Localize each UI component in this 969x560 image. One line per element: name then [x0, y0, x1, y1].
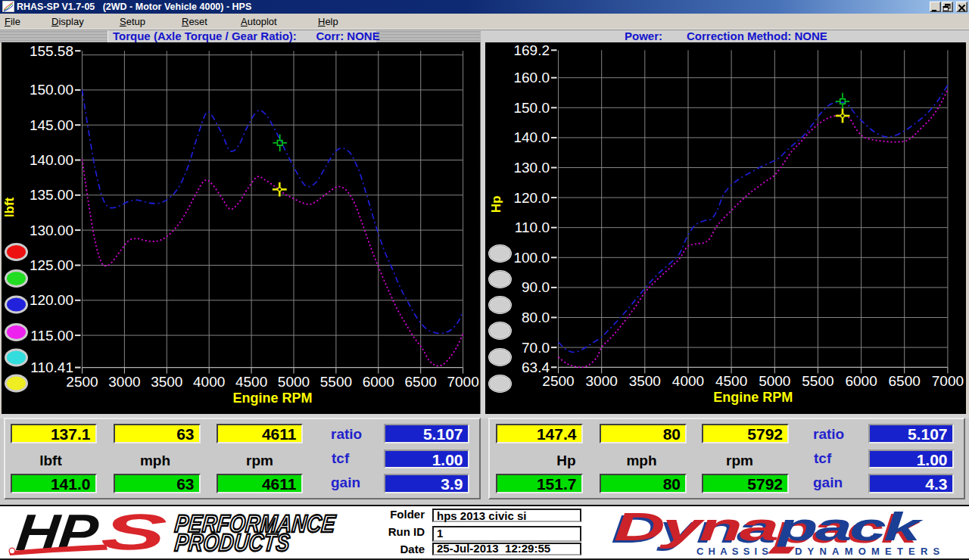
- svg-text:6500: 6500: [405, 374, 437, 390]
- svg-text:lbft: lbft: [2, 197, 17, 217]
- svg-text:PRODUCTS: PRODUCTS: [173, 528, 291, 555]
- svg-text:135.00: 135.00: [30, 187, 73, 203]
- svg-text:120.00: 120.00: [30, 292, 73, 308]
- svg-text:3000: 3000: [586, 373, 618, 389]
- svg-text:125.00: 125.00: [30, 257, 73, 273]
- svg-text:2500: 2500: [66, 374, 98, 390]
- svg-text:Engine RPM: Engine RPM: [713, 390, 793, 405]
- svg-text:3500: 3500: [629, 373, 661, 389]
- svg-text:3500: 3500: [151, 374, 182, 390]
- svg-text:145.00: 145.00: [30, 117, 73, 133]
- svg-text:80.0: 80.0: [522, 310, 550, 325]
- svg-text:150.0: 150.0: [513, 100, 550, 116]
- svg-text:4000: 4000: [193, 374, 225, 390]
- svg-text:70.0: 70.0: [522, 340, 550, 356]
- svg-text:155.58: 155.58: [30, 43, 73, 59]
- svg-text:Dyna: Dyna: [614, 506, 777, 549]
- svg-text:4500: 4500: [715, 373, 747, 389]
- svg-text:130.0: 130.0: [513, 160, 550, 176]
- svg-text:160.0: 160.0: [513, 70, 550, 86]
- svg-text:pack: pack: [776, 506, 924, 549]
- svg-text:110.0: 110.0: [515, 219, 550, 235]
- svg-text:2500: 2500: [542, 373, 574, 389]
- svg-text:120.0: 120.0: [513, 190, 550, 206]
- svg-text:7000: 7000: [932, 373, 964, 389]
- svg-text:6000: 6000: [363, 374, 394, 390]
- svg-text:6000: 6000: [845, 373, 877, 389]
- svg-text:DYNAMOMETERS: DYNAMOMETERS: [795, 546, 945, 557]
- svg-text:115.00: 115.00: [30, 328, 73, 344]
- svg-text:Hp: Hp: [489, 196, 503, 213]
- svg-text:Engine RPM: Engine RPM: [233, 390, 313, 406]
- svg-text:150.00: 150.00: [30, 82, 73, 98]
- svg-text:5000: 5000: [759, 373, 790, 389]
- svg-text:140.00: 140.00: [30, 152, 73, 168]
- svg-text:7000: 7000: [447, 374, 478, 390]
- svg-text:140.0: 140.0: [513, 129, 550, 145]
- svg-text:S: S: [98, 506, 169, 558]
- svg-text:90.0: 90.0: [522, 279, 550, 295]
- svg-text:130.00: 130.00: [30, 222, 73, 238]
- svg-text:169.2: 169.2: [513, 42, 550, 58]
- svg-text:5000: 5000: [278, 374, 310, 390]
- svg-text:4500: 4500: [235, 374, 267, 390]
- svg-text:100.0: 100.0: [513, 250, 550, 266]
- svg-text:110.41: 110.41: [30, 359, 73, 375]
- svg-text:5500: 5500: [320, 374, 352, 390]
- svg-text:4000: 4000: [672, 373, 704, 389]
- svg-text:CHASSIS: CHASSIS: [696, 546, 773, 557]
- svg-text:6500: 6500: [889, 373, 921, 389]
- svg-text:3000: 3000: [108, 374, 140, 390]
- svg-text:5500: 5500: [802, 373, 833, 389]
- svg-text:63.4: 63.4: [522, 359, 550, 375]
